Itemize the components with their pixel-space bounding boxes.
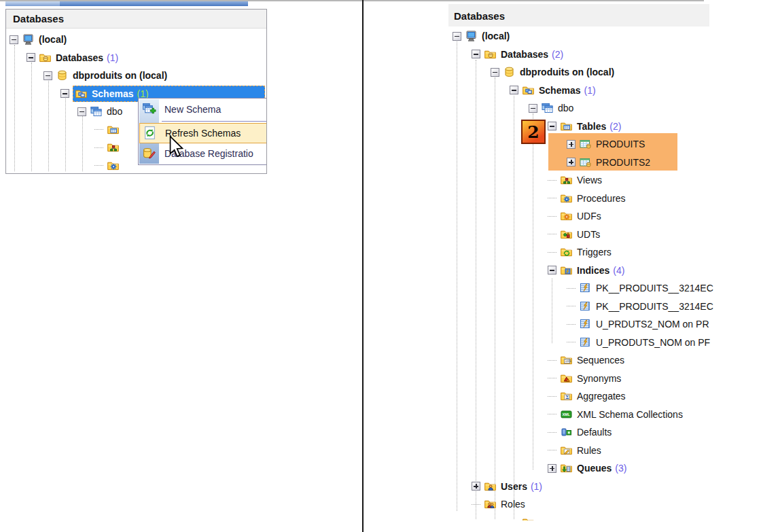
tree-item-pk-produits-3214ec[interactable]: PK__PRODUITS__3214EC	[448, 298, 747, 316]
tree-item-roles[interactable]: Roles	[448, 495, 747, 514]
collapse-minus-box[interactable]	[491, 68, 499, 77]
tree-item-u-produts-nom-on-pf[interactable]: U_PRODUTS_NOM on PF	[448, 334, 747, 352]
tree-item-xml-schema-collections[interactable]: XMLXML Schema Collections	[448, 406, 747, 424]
tree-item-sequences[interactable]: 101Sequences	[448, 351, 747, 370]
folder-table-icon	[560, 120, 573, 132]
svg-text:XML: XML	[563, 412, 571, 416]
expand-plus-box[interactable]	[548, 464, 556, 473]
tree-item-dbproduits-on-local[interactable]: dbproduits on (local)	[6, 67, 265, 85]
tree-item-dbproduits-on-local[interactable]: dbproduits on (local)	[448, 63, 747, 82]
tree-item-schemas[interactable]: Schemas(1)	[448, 82, 747, 100]
tree-item-local[interactable]: (local)	[6, 31, 265, 49]
folder-plain-icon	[522, 516, 535, 520]
tree-item-udts[interactable]: UDTs	[448, 226, 747, 244]
tree-item-indices[interactable]: Indices(4)	[448, 262, 747, 280]
menu-item-refresh-schemas[interactable]: Refresh Schemas	[139, 123, 267, 143]
menu-separator	[162, 121, 267, 122]
tree-item-udfs[interactable]: UDFs	[448, 207, 747, 226]
schema-icon	[541, 102, 554, 114]
tree-connector-stub	[567, 288, 576, 289]
tree-item-u-prduts2-nom-on-pr[interactable]: U_PRDUTS2_NOM on PR	[448, 315, 747, 334]
tree-connector-stub	[567, 342, 576, 342]
tree-item-pk-produits-3214ec[interactable]: PK__PRODUITS__3214EC	[448, 279, 747, 298]
tree-item-count: (2)	[609, 121, 621, 132]
tree-item-local[interactable]: (local)	[448, 27, 747, 46]
tree-item-label: Procedures	[577, 193, 626, 204]
tree-connector-stub	[94, 165, 103, 166]
defaults-icon	[560, 426, 573, 438]
collapse-minus-box[interactable]	[26, 53, 35, 62]
folder-trigger-icon	[560, 246, 573, 258]
tree-item-users[interactable]: Users(1)	[448, 478, 747, 496]
expand-plus-box[interactable]	[567, 158, 576, 166]
tree-item-label: XML Schema Collections	[577, 409, 683, 420]
tree-item-label: (local)	[482, 31, 510, 41]
tree-item-produits2[interactable]: PRODUITS2	[448, 154, 747, 172]
menu-item-database-registratio[interactable]: Database Registratio	[139, 143, 267, 164]
tree-connector-stub	[567, 306, 576, 306]
tree-connector-stub	[548, 180, 556, 181]
tree-connector-stub	[94, 147, 103, 148]
tree-item-aggregates[interactable]: ΣAggregates	[448, 387, 747, 406]
tree-connector-stub	[548, 198, 556, 198]
tree-item-views[interactable]: Views	[448, 171, 747, 190]
collapse-minus-box[interactable]	[453, 32, 461, 41]
tree-item-defaults[interactable]: Defaults	[448, 423, 747, 442]
panel-divider	[362, 0, 364, 532]
folder-user-icon	[484, 480, 497, 493]
tree-item-databases[interactable]: Databases(1)	[6, 49, 265, 67]
folder-sequence-icon: 101	[560, 354, 573, 366]
tree-item-synonyms[interactable]: Synonyms	[448, 370, 747, 388]
tree-item-rules[interactable]: Rules	[448, 442, 747, 460]
tree-item-count: (4)	[613, 265, 624, 276]
tree-item-produits[interactable]: PRODUITS	[448, 135, 747, 154]
tree-connector-stub	[548, 234, 556, 234]
tree-item-label: UDTs	[577, 229, 600, 240]
tree-item-count: (3)	[615, 463, 626, 474]
collapse-minus-box[interactable]	[510, 86, 518, 94]
tree-item-label: PRODUITS2	[596, 157, 650, 168]
tree-item-label: PK__PRODUITS__3214EC	[596, 301, 713, 312]
tree-connector-stub	[548, 378, 556, 378]
tree-item-tables[interactable]: Tables(2)	[448, 118, 747, 136]
collapse-minus-box[interactable]	[529, 104, 537, 113]
index-icon	[579, 336, 592, 349]
collapse-minus-box[interactable]	[43, 71, 52, 80]
tree-item-dbo[interactable]: dbo	[448, 99, 747, 118]
callout-badge: 2	[521, 120, 546, 144]
tree-item-label: Schemas	[539, 85, 580, 96]
tree-item-procedures[interactable]: Procedures	[448, 190, 747, 208]
menu-item-new-schema[interactable]: New Schema	[139, 99, 267, 120]
index-icon	[579, 318, 592, 330]
folder-udf-icon	[560, 210, 573, 222]
tree-connector-stub	[548, 414, 556, 414]
collapse-minus-box[interactable]	[60, 89, 69, 98]
tree-item-folder-plain[interactable]	[448, 514, 747, 521]
tree-item-label: Aggregates	[577, 391, 626, 402]
collapse-minus-box[interactable]	[548, 266, 556, 274]
tree-item-label: dbproduits on (local)	[520, 67, 614, 77]
tree-item-databases[interactable]: Databases(2)	[448, 46, 747, 64]
schema-icon	[90, 105, 103, 118]
folder-procedure-icon	[107, 160, 120, 172]
collapse-minus-box[interactable]	[472, 50, 480, 58]
tree-item-triggers[interactable]: Triggers	[448, 243, 747, 262]
tree-item-queues[interactable]: Queues(3)	[448, 459, 747, 478]
collapse-minus-box[interactable]	[77, 107, 86, 116]
left-panel-title: Databases	[6, 10, 266, 29]
folder-udt-icon	[560, 228, 573, 241]
tree-connector-stub	[94, 129, 103, 130]
server-icon	[22, 33, 35, 46]
tree-item-count: (1)	[531, 481, 542, 492]
collapse-minus-box[interactable]	[548, 122, 556, 130]
tree-item-label: Triggers	[577, 247, 612, 258]
svg-text:Σ: Σ	[565, 394, 569, 400]
expand-plus-box[interactable]	[472, 482, 480, 491]
mouse-cursor-icon	[168, 136, 184, 158]
tree-item-label: dbo	[558, 103, 573, 113]
collapse-minus-box[interactable]	[10, 35, 18, 44]
tree-item-count: (2)	[552, 49, 563, 60]
refresh-icon	[143, 126, 158, 141]
expand-plus-box[interactable]	[567, 140, 576, 149]
database-icon	[56, 69, 69, 82]
